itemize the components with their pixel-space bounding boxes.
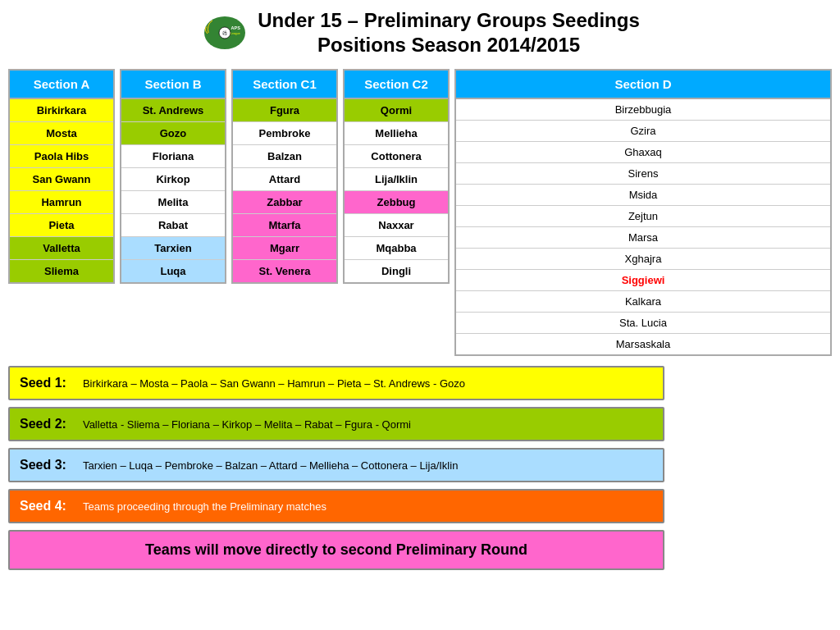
section-d-row: Birzebbugia <box>456 99 830 121</box>
table-row: Attard <box>233 168 336 191</box>
section-d-row: Xghajra <box>456 249 830 270</box>
table-row: Valletta <box>10 237 113 260</box>
table-row: Tarxien <box>121 237 225 260</box>
seed-4-text: Teams proceeding through the Preliminary… <box>76 492 333 521</box>
table-row: Melita <box>121 191 225 214</box>
table-row: Zabbar <box>233 191 336 214</box>
table-row: Rabat <box>121 214 225 237</box>
seed-2-text: Valletta - Sliema – Floriana – Kirkop – … <box>76 410 418 439</box>
table-row: Mtarfa <box>233 214 336 237</box>
bottom-section: Seed 1:Birkirkara – Mosta – Paola – San … <box>8 366 832 570</box>
section-d-row: Ghaxaq <box>456 142 830 163</box>
table-row: Luqa <box>121 260 225 282</box>
section-d-row: Marsa <box>456 227 830 249</box>
table-row: Sliema <box>10 260 113 282</box>
table-row: Pembroke <box>233 122 336 145</box>
section-d-row: Zejtun <box>456 206 830 227</box>
table-row: Hamrun <box>10 191 113 214</box>
table-row: Paola Hibs <box>10 145 113 168</box>
title-line2: Positions Season 2014/2015 <box>258 33 640 57</box>
table-row: Pieta <box>10 214 113 237</box>
table-row: Balzan <box>233 145 336 168</box>
seeds-container: Seed 1:Birkirkara – Mosta – Paola – San … <box>8 366 664 523</box>
seed-2-label: Seed 2: <box>10 409 76 440</box>
table-row: Mellieha <box>345 122 448 145</box>
section-d-row: Marsaskala <box>456 334 830 354</box>
section-C2-header: Section C2 <box>345 71 448 99</box>
seed-1-text: Birkirkara – Mosta – Paola – San Gwann –… <box>76 369 472 398</box>
table-row: St. Venera <box>233 260 336 282</box>
seed-4-label: Seed 4: <box>10 491 76 522</box>
table-row: Qormi <box>345 99 448 122</box>
seed-row-3: Seed 3:Tarxien – Luqa – Pembroke – Balza… <box>8 448 664 482</box>
section-d-row: Msida <box>456 185 830 206</box>
table-row: Naxxar <box>345 214 448 237</box>
title-line1: Under 15 – Preliminary Groups Seedings <box>258 8 640 33</box>
table-row: Gozo <box>121 122 225 145</box>
bottom-banner: Teams will move directly to second Preli… <box>8 530 664 570</box>
svg-text:APS: APS <box>231 25 241 30</box>
table-row: Kirkop <box>121 168 225 191</box>
section-B-header: Section B <box>121 71 225 99</box>
seed-3-text: Tarxien – Luqa – Pembroke – Balzan – Att… <box>76 451 464 480</box>
main-content: Section ABirkirkaraMostaPaola HibsSan Gw… <box>8 69 832 356</box>
seed-row-4: Seed 4:Teams proceeding through the Prel… <box>8 489 664 523</box>
left-bottom: Seed 1:Birkirkara – Mosta – Paola – San … <box>8 366 664 570</box>
header: ⚽ APS League Under 15 – Preliminary Grou… <box>8 8 832 57</box>
section-B: Section BSt. AndrewsGozoFlorianaKirkopMe… <box>120 69 226 284</box>
table-row: Floriana <box>121 145 225 168</box>
aps-logo: ⚽ APS League <box>200 12 249 53</box>
section-d-row: Kalkara <box>456 291 830 313</box>
table-row: Zebbug <box>345 191 448 214</box>
svg-text:⚽: ⚽ <box>222 30 228 36</box>
seed-1-label: Seed 1: <box>10 368 76 399</box>
section-d-row: Sta. Lucia <box>456 313 830 334</box>
section-d-row: Gzira <box>456 121 830 142</box>
section-d: Section D BirzebbugiaGziraGhaxaqSirensMs… <box>454 69 832 356</box>
table-row: San Gwann <box>10 168 113 191</box>
table-row: St. Andrews <box>121 99 225 122</box>
svg-text:League: League <box>231 32 240 35</box>
section-C1: Section C1FguraPembrokeBalzanAttardZabba… <box>231 69 338 284</box>
sections-container: Section ABirkirkaraMostaPaola HibsSan Gw… <box>8 69 450 284</box>
section-d-cells: BirzebbugiaGziraGhaxaqSirensMsidaZejtunM… <box>456 99 830 354</box>
section-C2: Section C2QormiMelliehaCottoneraLija/Ikl… <box>343 69 450 284</box>
section-d-row: Sirens <box>456 163 830 185</box>
table-row: Lija/Iklin <box>345 168 448 191</box>
seed-row-1: Seed 1:Birkirkara – Mosta – Paola – San … <box>8 366 664 400</box>
section-A: Section ABirkirkaraMostaPaola HibsSan Gw… <box>8 69 115 284</box>
section-C1-header: Section C1 <box>233 71 336 99</box>
table-row: Birkirkara <box>10 99 113 122</box>
section-d-header: Section D <box>456 71 830 99</box>
table-row: Cottonera <box>345 145 448 168</box>
table-row: Dingli <box>345 260 448 282</box>
table-row: Mqabba <box>345 237 448 260</box>
table-row: Fgura <box>233 99 336 122</box>
page-title: Under 15 – Preliminary Groups Seedings P… <box>258 8 640 57</box>
section-d-row: Siggiewi <box>456 270 830 291</box>
table-row: Mgarr <box>233 237 336 260</box>
section-A-header: Section A <box>10 71 113 99</box>
table-row: Mosta <box>10 122 113 145</box>
seed-3-label: Seed 3: <box>10 450 76 481</box>
seed-row-2: Seed 2:Valletta - Sliema – Floriana – Ki… <box>8 407 664 441</box>
